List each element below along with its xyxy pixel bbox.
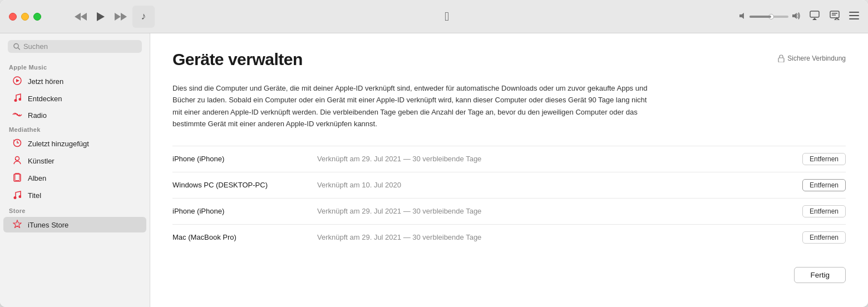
sidebar: Apple Music Jetzt hören Entdecken Radio: [0, 33, 150, 307]
sidebar-item-label: iTunes Store: [28, 221, 68, 229]
device-name: iPhone (iPhone): [172, 207, 317, 215]
sidebar-item-alben[interactable]: Alben: [3, 170, 146, 186]
svg-point-20: [14, 99, 17, 102]
svg-rect-15: [849, 18, 859, 19]
device-row: iPhone (iPhone) Verknüpft am 29. Jul 202…: [172, 146, 846, 172]
menu-button[interactable]: [849, 11, 859, 22]
main-layout: Apple Music Jetzt hören Entdecken Radio: [0, 33, 868, 307]
close-button[interactable]: [9, 13, 17, 21]
playback-controls: [75, 12, 127, 21]
svg-rect-31: [778, 58, 784, 62]
fertig-button[interactable]: Fertig: [794, 267, 846, 283]
svg-rect-9: [830, 11, 839, 18]
sidebar-item-label: Entdecken: [28, 95, 62, 103]
radio-icon: [12, 111, 22, 120]
play-circle-icon: [12, 76, 22, 87]
page-title: Geräte verwalten: [172, 50, 303, 69]
svg-point-24: [16, 157, 19, 161]
titlebar-center: : [155, 9, 739, 24]
section-label-mediathek: Mediathek: [0, 123, 150, 135]
recent-icon: [12, 138, 22, 149]
volume-high-icon: [792, 12, 800, 21]
sidebar-item-radio[interactable]: Radio: [3, 108, 146, 122]
content-header: Geräte verwalten Sichere Verbindung: [172, 50, 846, 69]
device-name: Windows PC (DESKTOP-PC): [172, 181, 317, 189]
svg-marker-5: [739, 13, 744, 19]
description-text: Dies sind die Computer und Geräte, die m…: [172, 82, 657, 130]
device-name: iPhone (iPhone): [172, 155, 317, 163]
volume-control[interactable]: [739, 12, 800, 21]
music-tab-icon[interactable]: ♪: [132, 6, 155, 28]
section-label-store: Store: [0, 204, 150, 216]
traffic-lights: [9, 13, 41, 21]
remove-device-button[interactable]: Entfernen: [802, 179, 846, 191]
svg-marker-8: [812, 18, 817, 20]
play-button[interactable]: [97, 12, 105, 21]
remove-device-button[interactable]: Entfernen: [802, 153, 846, 165]
remove-device-button[interactable]: Entfernen: [802, 231, 846, 244]
song-icon: [12, 190, 22, 201]
artist-icon: [12, 156, 22, 166]
apple-logo-icon: : [445, 9, 449, 24]
lock-icon: [778, 55, 785, 62]
svg-marker-1: [81, 13, 87, 21]
sidebar-item-label: Radio: [28, 111, 47, 120]
secure-connection-text: Sichere Verbindung: [787, 55, 846, 62]
sidebar-item-label: Alben: [28, 174, 46, 182]
sidebar-item-entdecken[interactable]: Entdecken: [3, 91, 146, 107]
svg-marker-4: [121, 13, 127, 21]
app-window: ♪ : [0, 0, 868, 307]
content-footer: Fertig: [172, 261, 846, 283]
maximize-button[interactable]: [33, 13, 41, 21]
lyrics-button[interactable]: [829, 10, 840, 23]
sidebar-item-label: Titel: [28, 191, 41, 200]
device-row: Windows PC (DESKTOP-PC) Verknüpft am 10.…: [172, 172, 846, 198]
minimize-button[interactable]: [21, 13, 29, 21]
titlebar: ♪ : [0, 0, 868, 33]
svg-marker-6: [792, 13, 797, 19]
device-table: iPhone (iPhone) Verknüpft am 29. Jul 202…: [172, 146, 846, 250]
device-row: iPhone (iPhone) Verknüpft am 29. Jul 202…: [172, 198, 846, 224]
svg-rect-7: [810, 11, 819, 17]
remove-device-button[interactable]: Entfernen: [802, 205, 846, 217]
sidebar-item-label: Jetzt hören: [28, 77, 63, 86]
sidebar-item-kuenstler[interactable]: Künstler: [3, 153, 146, 169]
star-icon: [12, 220, 22, 230]
device-info: Verknüpft am 29. Jul 2021 — 30 verbleibe…: [317, 207, 802, 215]
svg-point-29: [19, 195, 22, 198]
device-name: Mac (MacBook Pro): [172, 233, 317, 241]
rewind-button[interactable]: [75, 13, 87, 21]
search-input[interactable]: [23, 42, 136, 51]
sidebar-item-label: Künstler: [28, 157, 55, 165]
svg-marker-2: [97, 12, 105, 21]
svg-point-28: [14, 196, 17, 199]
titlebar-right-controls: [739, 10, 859, 23]
secure-connection-label: Sichere Verbindung: [778, 55, 846, 62]
fast-forward-button[interactable]: [115, 13, 127, 21]
main-content: Geräte verwalten Sichere Verbindung Dies…: [150, 33, 868, 307]
sidebar-item-titel[interactable]: Titel: [3, 187, 146, 204]
svg-line-17: [18, 48, 20, 50]
sidebar-item-label: Zuletzt hinzugefügt: [28, 140, 89, 148]
device-row: Mac (MacBook Pro) Verknüpft am 29. Jul 2…: [172, 224, 846, 250]
sidebar-item-zuletzt[interactable]: Zuletzt hinzugefügt: [3, 136, 146, 152]
svg-point-16: [14, 43, 18, 48]
svg-rect-14: [849, 15, 859, 16]
airplay-button[interactable]: [809, 10, 820, 23]
svg-marker-0: [75, 13, 81, 21]
svg-marker-19: [16, 79, 19, 82]
volume-low-icon: [739, 12, 746, 21]
search-icon: [13, 43, 20, 50]
device-info: Verknüpft am 29. Jul 2021 — 30 verbleibe…: [317, 233, 802, 241]
music-note-icon: ♪: [141, 11, 146, 22]
sidebar-item-jetzt-hoeren[interactable]: Jetzt hören: [3, 73, 146, 90]
svg-point-21: [19, 98, 22, 101]
device-info: Verknüpft am 10. Jul 2020: [317, 181, 802, 189]
svg-point-22: [17, 114, 18, 116]
search-bar[interactable]: [8, 40, 142, 53]
svg-rect-13: [849, 12, 859, 13]
volume-slider[interactable]: [749, 16, 788, 18]
section-label-apple-music: Apple Music: [0, 61, 150, 73]
music-note-icon: [12, 93, 22, 104]
sidebar-item-itunes-store[interactable]: iTunes Store: [3, 217, 146, 232]
